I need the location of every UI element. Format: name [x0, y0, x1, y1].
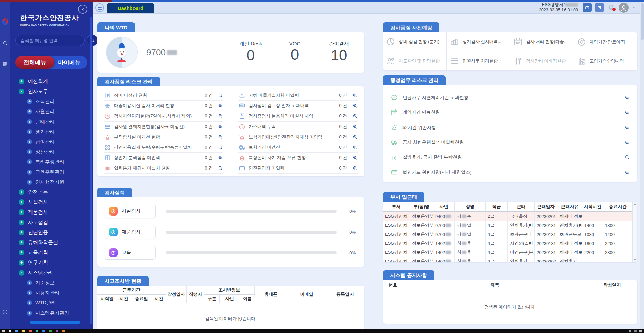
expand-toggle-icon[interactable]: +	[19, 230, 24, 235]
tab-my-menu[interactable]: 마이메뉴	[52, 56, 87, 69]
attendance-row[interactable]: ESG경영처 정보운영부 1402 한훈 4급 시간외(일반 20230131 …	[383, 239, 632, 248]
sidebar-menu-item[interactable]: + 시설검사	[19, 197, 93, 207]
expand-toggle-icon[interactable]: +	[27, 99, 32, 104]
sidebar-menu-item[interactable]: - 시스템관리	[19, 268, 93, 278]
expand-toggle-icon[interactable]: +	[19, 260, 24, 266]
zoom-detail-button[interactable]	[218, 103, 223, 108]
zoom-detail-button[interactable]	[352, 124, 358, 129]
sidebar-menu-item[interactable]: + 정산관리	[19, 147, 93, 157]
zoom-detail-button[interactable]	[218, 134, 223, 140]
expand-toggle-icon[interactable]: -	[19, 89, 24, 94]
search-icon[interactable]	[2, 40, 8, 46]
chevron-down-icon[interactable]	[632, 5, 637, 10]
prevention-tile[interactable]: 정기검사 실시내역...	[447, 32, 511, 51]
sidebar-menu-item[interactable]: + 평가관리	[19, 127, 93, 137]
expand-toggle-icon[interactable]: +	[27, 149, 32, 154]
stat-value[interactable]: 10	[327, 47, 351, 64]
stat-value[interactable]: 0	[283, 46, 307, 63]
sidebar-menu-item[interactable]: + 인사행정지원	[19, 177, 93, 187]
table-scrollbar[interactable]	[632, 202, 637, 262]
prevention-tile[interactable]: 검사 처리 현황(다중...	[510, 32, 574, 51]
zoom-detail-button[interactable]	[218, 124, 223, 129]
sidebar-menu-item[interactable]: + 제품검사	[19, 207, 93, 217]
prevention-tile[interactable]: 계약기간 만료예정	[574, 32, 638, 51]
sidebar-menu-item[interactable]: + 예산회계	[19, 76, 93, 86]
sidebar-menu-item[interactable]: + 시스템유지관리	[19, 308, 93, 318]
page-scrollbar[interactable]	[640, 2, 644, 329]
sidebar-menu-item[interactable]: + 사고점검	[19, 217, 93, 227]
prevention-tile[interactable]: 장비 점검 현황 (분기)	[383, 32, 447, 51]
expand-toggle-icon[interactable]: +	[27, 180, 32, 185]
attendance-row[interactable]: ESG경영처 정보운영부 9700 김일 4급 연차휴가(반 20230131 …	[383, 221, 632, 230]
expand-toggle-icon[interactable]: +	[27, 300, 32, 305]
sidebar-menu-item[interactable]: - 인사노무	[19, 86, 93, 96]
zoom-detail-button[interactable]	[352, 145, 358, 150]
zoom-detail-button[interactable]	[352, 165, 358, 171]
tab-all-menu[interactable]: 전체메뉴	[15, 56, 54, 69]
notification-bell-icon[interactable]	[607, 4, 615, 11]
sidebar-menu-item[interactable]: + 유해화학물질	[19, 237, 93, 247]
zoom-detail-button[interactable]	[624, 95, 630, 100]
sidebar-menu-item[interactable]: + 기준정보	[19, 278, 93, 288]
expand-toggle-icon[interactable]: +	[27, 290, 32, 295]
expand-toggle-icon[interactable]: +	[19, 189, 24, 195]
zoom-detail-button[interactable]	[218, 165, 223, 171]
expand-toggle-icon[interactable]: +	[27, 170, 32, 175]
zoom-detail-button[interactable]	[624, 125, 630, 130]
menu-search-input[interactable]	[15, 35, 85, 46]
expand-toggle-icon[interactable]: +	[27, 109, 32, 114]
open-window-button[interactable]	[583, 3, 592, 12]
expand-toggle-icon[interactable]: +	[19, 79, 24, 84]
stat-value[interactable]: 0	[239, 47, 262, 64]
performance-category-button[interactable]: 제품검사	[105, 225, 156, 239]
sidebar-horizontal-scrollbar[interactable]	[30, 321, 80, 324]
expand-toggle-icon[interactable]: +	[27, 159, 32, 164]
expand-toggle-icon[interactable]: +	[27, 311, 32, 316]
expand-toggle-icon[interactable]: +	[27, 129, 32, 134]
avatar[interactable]	[619, 3, 629, 13]
expand-toggle-icon[interactable]: -	[19, 270, 24, 276]
sidebar-menu-item[interactable]: + 연구기획	[19, 257, 93, 268]
zoom-detail-button[interactable]	[218, 155, 223, 160]
sidebar-menu-item[interactable]: + 안전공통	[19, 187, 93, 197]
attendance-row[interactable]: ESG경영처 정보운영부 9400 김주 2급 국내출장 20230201 차세…	[383, 212, 632, 221]
prevention-tile[interactable]: 고압가스수입내역	[574, 51, 638, 70]
zoom-detail-button[interactable]	[624, 154, 630, 160]
zoom-detail-button[interactable]	[624, 110, 630, 115]
tab-dashboard[interactable]: Dashboard	[107, 3, 154, 13]
open-popup-button[interactable]	[595, 3, 604, 12]
sidebar-menu-item[interactable]: + 급여관리	[19, 137, 93, 147]
page-scrollbar-thumb[interactable]	[641, 3, 644, 40]
zoom-detail-button[interactable]	[352, 103, 358, 108]
zoom-detail-button[interactable]	[624, 140, 630, 145]
performance-category-button[interactable]: 시설검사	[105, 204, 156, 218]
apps-grid-icon[interactable]	[2, 61, 8, 67]
zoom-detail-button[interactable]	[352, 93, 358, 98]
sidebar-menu-item[interactable]: + WTD관리	[19, 298, 93, 308]
sidebar-menu-item[interactable]: + 복리후생관리	[19, 157, 93, 167]
sidebar-menu-item[interactable]: + 진단인증	[19, 227, 93, 237]
sidebar-menu-item[interactable]: + 교육훈련관리	[19, 167, 93, 177]
prevention-tile[interactable]: 검사장비 미배정현황	[510, 51, 574, 70]
expand-toggle-icon[interactable]: +	[19, 199, 24, 205]
zoom-detail-button[interactable]	[218, 93, 223, 98]
zoom-detail-button[interactable]	[352, 134, 358, 140]
attendance-row[interactable]: ESG경영처 정보운영부 1402 한훈 4급 연차휴가 20230202 연차…	[383, 257, 632, 262]
expand-toggle-icon[interactable]: +	[19, 220, 24, 225]
attendance-row[interactable]: ESG경영처 정보운영부 9700 김일 4급 초과근무대 20230131 초…	[383, 230, 632, 239]
prevention-tile[interactable]: 지도확인 및 면담현황	[383, 51, 447, 70]
performance-category-button[interactable]: 교육	[105, 246, 156, 260]
scroll-down-arrow[interactable]	[634, 259, 636, 261]
expand-toggle-icon[interactable]: +	[19, 240, 24, 245]
sidebar-menu-item[interactable]: + 사원관리	[19, 106, 93, 116]
zoom-detail-button[interactable]	[218, 113, 223, 119]
zoom-detail-button[interactable]	[352, 113, 358, 119]
sidebar-menu-item[interactable]: + 사용자관리	[19, 288, 93, 298]
zoom-detail-button[interactable]	[218, 145, 223, 150]
sidebar-vertical-scrollbar[interactable]	[90, 17, 92, 324]
scroll-up-arrow[interactable]	[634, 203, 636, 205]
sidebar-menu-item[interactable]: + 교육기획	[19, 247, 93, 257]
attendance-row[interactable]: ESG경영처 정보운영부 1402 한훈 4급 야간근무(본 20230131 …	[383, 248, 632, 257]
settings-gear-icon[interactable]	[1, 308, 9, 316]
expand-toggle-icon[interactable]: +	[19, 209, 24, 215]
